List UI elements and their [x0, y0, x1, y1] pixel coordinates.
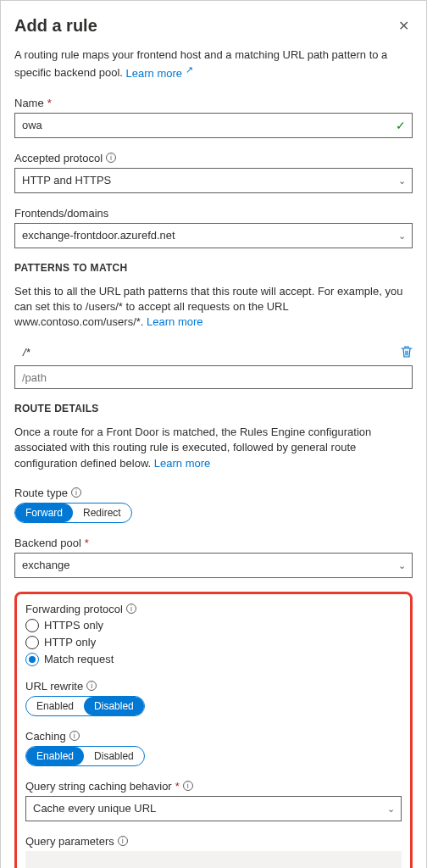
- pattern-input[interactable]: [14, 365, 413, 389]
- route-type-toggle[interactable]: Forward Redirect: [14, 503, 132, 523]
- url-rewrite-enabled[interactable]: Enabled: [26, 697, 84, 715]
- learn-more-link[interactable]: Learn more: [154, 457, 210, 470]
- patterns-help-text: Set this to all the URL path patterns th…: [14, 285, 402, 328]
- pattern-item: /*: [14, 346, 394, 359]
- info-icon[interactable]: i: [86, 681, 97, 691]
- query-params-label: Query parameters: [25, 835, 114, 848]
- query-params-input: [25, 851, 402, 868]
- description-text: A routing rule maps your frontend host a…: [14, 48, 387, 80]
- radio-label: Match request: [44, 653, 114, 665]
- name-input[interactable]: [14, 113, 413, 138]
- forwarding-protocol-label: Forwarding protocol: [25, 603, 123, 615]
- required-indicator: *: [47, 97, 52, 109]
- frontends-select[interactable]: [14, 223, 413, 248]
- url-rewrite-toggle[interactable]: Enabled Disabled: [25, 696, 145, 716]
- accepted-protocol-label: Accepted protocol: [14, 152, 103, 164]
- info-icon[interactable]: i: [69, 731, 80, 741]
- learn-more-link[interactable]: Learn more: [147, 315, 202, 328]
- info-icon[interactable]: i: [106, 153, 116, 163]
- query-behavior-select[interactable]: [25, 796, 402, 821]
- name-label: Name: [14, 97, 44, 109]
- add-rule-panel: Add a rule ✕ A routing rule maps your fr…: [0, 0, 427, 868]
- close-icon[interactable]: ✕: [395, 14, 413, 37]
- url-rewrite-disabled[interactable]: Disabled: [84, 697, 144, 715]
- patterns-heading: PATTERNS TO MATCH: [14, 262, 413, 274]
- frontends-label: Frontends/domains: [14, 207, 108, 220]
- url-rewrite-label: URL rewrite: [25, 680, 83, 693]
- info-icon[interactable]: i: [126, 604, 136, 614]
- caching-disabled[interactable]: Disabled: [84, 747, 144, 765]
- fp-match-request[interactable]: Match request: [25, 653, 402, 666]
- fp-https-only[interactable]: HTTPS only: [25, 619, 402, 632]
- check-icon: ✓: [396, 119, 406, 132]
- info-icon[interactable]: i: [118, 836, 128, 846]
- delete-icon[interactable]: [401, 345, 413, 359]
- route-type-forward[interactable]: Forward: [15, 504, 73, 522]
- route-help: Once a route for a Front Door is matched…: [14, 425, 413, 471]
- info-icon[interactable]: i: [183, 781, 193, 791]
- caching-toggle[interactable]: Enabled Disabled: [25, 746, 145, 766]
- forwarding-section: Forwarding protocol i HTTPS only HTTP on…: [14, 592, 413, 868]
- backend-pool-select[interactable]: [14, 553, 413, 578]
- radio-label: HTTPS only: [44, 619, 103, 632]
- backend-pool-label: Backend pool: [14, 537, 81, 549]
- patterns-help: Set this to all the URL path patterns th…: [14, 284, 413, 331]
- panel-description: A routing rule maps your frontend host a…: [14, 47, 413, 81]
- caching-label: Caching: [25, 730, 66, 743]
- route-heading: ROUTE DETAILS: [14, 403, 413, 415]
- required-indicator: *: [85, 537, 89, 549]
- accepted-protocol-select[interactable]: [14, 168, 413, 193]
- fp-http-only[interactable]: HTTP only: [25, 636, 402, 649]
- radio-label: HTTP only: [44, 636, 96, 648]
- external-link-icon: ↗: [186, 64, 193, 74]
- route-type-redirect[interactable]: Redirect: [73, 504, 131, 522]
- route-type-label: Route type: [14, 487, 68, 499]
- caching-enabled[interactable]: Enabled: [26, 747, 84, 765]
- info-icon[interactable]: i: [71, 487, 81, 498]
- required-indicator: *: [175, 780, 180, 793]
- learn-more-link[interactable]: Learn more ↗: [126, 67, 193, 80]
- panel-title: Add a rule: [14, 16, 395, 36]
- query-behavior-label: Query string caching behavior: [25, 780, 172, 793]
